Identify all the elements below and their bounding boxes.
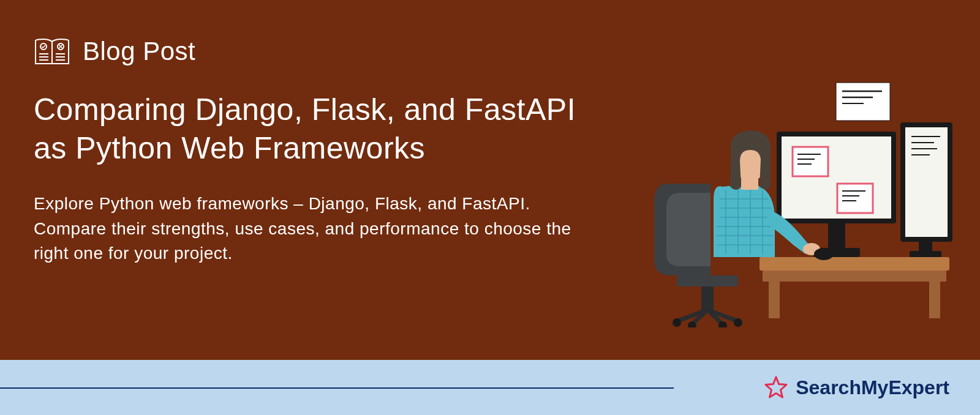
footer-divider <box>0 387 674 389</box>
svg-rect-10 <box>769 282 780 318</box>
svg-rect-36 <box>677 275 738 286</box>
svg-rect-14 <box>828 223 845 248</box>
category-row: Blog Post <box>34 37 946 66</box>
svg-rect-11 <box>929 282 940 318</box>
brand: SearchMyExpert <box>764 375 949 400</box>
page-title: Comparing Django, Flask, and FastAPI as … <box>34 91 597 167</box>
svg-rect-25 <box>905 127 948 237</box>
description: Explore Python web frameworks – Django, … <box>34 192 585 266</box>
svg-rect-27 <box>910 251 941 257</box>
person-at-desk-illustration <box>631 64 956 327</box>
svg-point-43 <box>734 318 742 327</box>
svg-point-57 <box>814 248 834 260</box>
svg-rect-9 <box>763 271 946 282</box>
svg-rect-37 <box>701 286 714 310</box>
category-label: Blog Post <box>83 37 195 66</box>
svg-rect-20 <box>837 184 873 213</box>
star-icon <box>764 375 788 400</box>
footer: SearchMyExpert <box>0 360 980 415</box>
svg-rect-16 <box>793 147 828 176</box>
svg-rect-8 <box>760 257 949 271</box>
brand-name: SearchMyExpert <box>796 376 949 399</box>
svg-point-42 <box>673 318 681 327</box>
book-icon <box>34 37 70 66</box>
svg-rect-26 <box>919 242 932 251</box>
main-content: Blog Post Comparing Django, Flask, and F… <box>0 0 980 360</box>
svg-rect-32 <box>836 83 890 121</box>
